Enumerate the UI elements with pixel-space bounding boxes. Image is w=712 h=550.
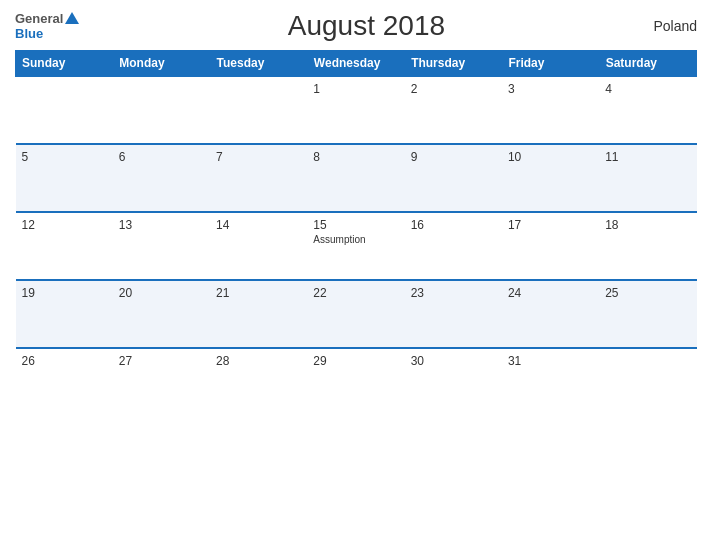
logo-blue: Blue xyxy=(15,26,43,41)
day-number: 30 xyxy=(411,354,496,368)
day-number: 19 xyxy=(22,286,107,300)
calendar-cell: 19 xyxy=(16,280,113,348)
day-number: 27 xyxy=(119,354,204,368)
calendar-cell: 16 xyxy=(405,212,502,280)
day-number: 6 xyxy=(119,150,204,164)
calendar-cell xyxy=(599,348,696,416)
calendar-week-row: 567891011 xyxy=(16,144,697,212)
calendar-cell xyxy=(16,76,113,144)
calendar-cell: 18 xyxy=(599,212,696,280)
calendar-cell: 28 xyxy=(210,348,307,416)
calendar-cell: 2 xyxy=(405,76,502,144)
calendar-week-row: 19202122232425 xyxy=(16,280,697,348)
day-number: 4 xyxy=(605,82,690,96)
day-number: 10 xyxy=(508,150,593,164)
calendar-cell: 14 xyxy=(210,212,307,280)
calendar-page: General Blue August 2018 Poland Sunday M… xyxy=(0,0,712,550)
calendar-cell: 1 xyxy=(307,76,404,144)
calendar-cell: 30 xyxy=(405,348,502,416)
col-monday: Monday xyxy=(113,51,210,77)
col-saturday: Saturday xyxy=(599,51,696,77)
day-number: 14 xyxy=(216,218,301,232)
days-of-week-row: Sunday Monday Tuesday Wednesday Thursday… xyxy=(16,51,697,77)
calendar-cell: 21 xyxy=(210,280,307,348)
calendar-cell: 25 xyxy=(599,280,696,348)
day-number: 1 xyxy=(313,82,398,96)
day-number: 5 xyxy=(22,150,107,164)
logo: General Blue xyxy=(15,11,79,41)
logo-triangle-icon xyxy=(65,12,79,24)
day-number: 29 xyxy=(313,354,398,368)
day-number: 23 xyxy=(411,286,496,300)
calendar-week-row: 262728293031 xyxy=(16,348,697,416)
day-number: 18 xyxy=(605,218,690,232)
calendar-cell: 27 xyxy=(113,348,210,416)
day-number: 25 xyxy=(605,286,690,300)
calendar-week-row: 12131415Assumption161718 xyxy=(16,212,697,280)
calendar-week-row: 1234 xyxy=(16,76,697,144)
calendar-cell xyxy=(113,76,210,144)
day-number: 17 xyxy=(508,218,593,232)
calendar-cell: 22 xyxy=(307,280,404,348)
day-number: 9 xyxy=(411,150,496,164)
calendar-cell: 15Assumption xyxy=(307,212,404,280)
day-number: 22 xyxy=(313,286,398,300)
calendar-cell: 31 xyxy=(502,348,599,416)
day-number: 28 xyxy=(216,354,301,368)
calendar-cell: 10 xyxy=(502,144,599,212)
day-number: 26 xyxy=(22,354,107,368)
col-wednesday: Wednesday xyxy=(307,51,404,77)
calendar-cell: 4 xyxy=(599,76,696,144)
country-label: Poland xyxy=(653,18,697,34)
calendar-title: August 2018 xyxy=(288,10,445,42)
day-number: 21 xyxy=(216,286,301,300)
calendar-cell: 29 xyxy=(307,348,404,416)
calendar-cell: 20 xyxy=(113,280,210,348)
calendar-cell: 8 xyxy=(307,144,404,212)
calendar-cell: 11 xyxy=(599,144,696,212)
calendar-cell: 12 xyxy=(16,212,113,280)
day-number: 12 xyxy=(22,218,107,232)
calendar-cell: 9 xyxy=(405,144,502,212)
calendar-cell: 26 xyxy=(16,348,113,416)
calendar-cell: 23 xyxy=(405,280,502,348)
logo-general: General xyxy=(15,11,63,26)
day-number: 31 xyxy=(508,354,593,368)
day-number: 20 xyxy=(119,286,204,300)
col-friday: Friday xyxy=(502,51,599,77)
header: General Blue August 2018 Poland xyxy=(15,10,697,42)
day-number: 16 xyxy=(411,218,496,232)
col-tuesday: Tuesday xyxy=(210,51,307,77)
day-number: 7 xyxy=(216,150,301,164)
day-number: 3 xyxy=(508,82,593,96)
day-number: 24 xyxy=(508,286,593,300)
calendar-header: Sunday Monday Tuesday Wednesday Thursday… xyxy=(16,51,697,77)
col-thursday: Thursday xyxy=(405,51,502,77)
calendar-cell: 7 xyxy=(210,144,307,212)
calendar-cell: 6 xyxy=(113,144,210,212)
holiday-name: Assumption xyxy=(313,234,398,245)
calendar-cell: 3 xyxy=(502,76,599,144)
calendar-cell: 5 xyxy=(16,144,113,212)
calendar-cell: 13 xyxy=(113,212,210,280)
calendar-table: Sunday Monday Tuesday Wednesday Thursday… xyxy=(15,50,697,416)
day-number: 11 xyxy=(605,150,690,164)
day-number: 8 xyxy=(313,150,398,164)
calendar-cell: 17 xyxy=(502,212,599,280)
calendar-cell xyxy=(210,76,307,144)
day-number: 2 xyxy=(411,82,496,96)
day-number: 13 xyxy=(119,218,204,232)
calendar-body: 123456789101112131415Assumption161718192… xyxy=(16,76,697,416)
day-number: 15 xyxy=(313,218,398,232)
col-sunday: Sunday xyxy=(16,51,113,77)
calendar-cell: 24 xyxy=(502,280,599,348)
